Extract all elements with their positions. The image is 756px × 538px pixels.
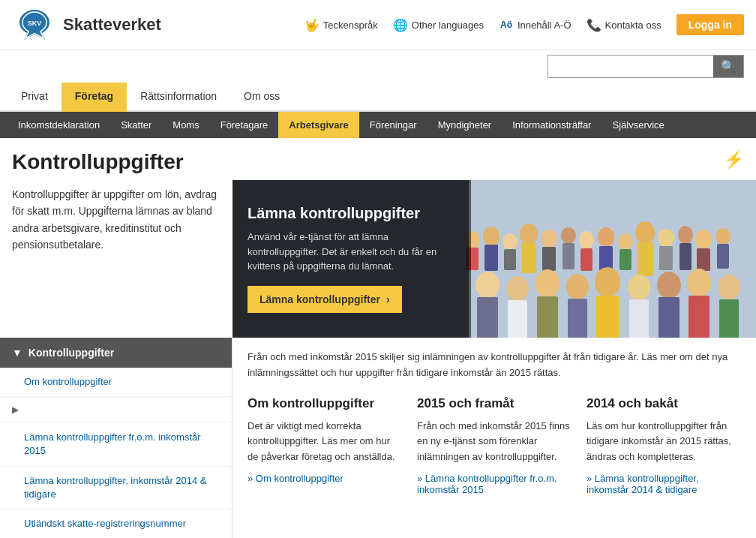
sidebar-expand-arrow: ▶ <box>12 404 19 415</box>
subnav-skatter[interactable]: Skatter <box>110 112 162 138</box>
sidebar-expand-btn[interactable]: ▶ <box>0 397 232 423</box>
main-nav: Privat Företag Rättsinformation Om oss <box>0 83 756 112</box>
hero-background: Lämna kontrolluppgifter Använd vår e-tjä… <box>232 180 756 338</box>
sidebar-item-lamna-fr-o-m-2015[interactable]: Lämna kontrolluppgifter fr.o.m. inkomstå… <box>0 423 232 466</box>
col-link-0[interactable]: Om kontrolluppgifter <box>248 473 402 484</box>
innehall-ao-label: Innehåll A-Ö <box>518 20 572 31</box>
subnav-inkomstdeklaration[interactable]: Inkomstdeklaration <box>8 112 110 138</box>
search-input[interactable] <box>548 57 713 77</box>
svg-point-12 <box>561 227 576 244</box>
hero-btn-arrow-icon: › <box>386 293 390 305</box>
svg-rect-21 <box>637 242 653 276</box>
svg-point-22 <box>658 229 674 247</box>
svg-rect-33 <box>508 300 527 338</box>
svg-rect-5 <box>484 245 498 271</box>
teckensprak-link[interactable]: 🤟 Teckenspråk <box>304 17 378 32</box>
subnav-arbetsgivare[interactable]: Arbetsgivare <box>278 112 358 138</box>
svg-rect-25 <box>680 243 692 270</box>
innehall-ao-link[interactable]: Aö Innehåll A-Ö <box>499 17 572 32</box>
svg-rect-11 <box>542 247 556 271</box>
other-languages-link[interactable]: 🌐 Other languages <box>393 17 484 32</box>
col-text-0: Det är viktigt med korrekta kontrolluppg… <box>248 419 402 465</box>
svg-rect-37 <box>568 299 587 338</box>
col-om-kontrolluppgifter: Om kontrolluppgifter Det är viktigt med … <box>248 396 402 495</box>
svg-point-8 <box>520 224 538 245</box>
col-title-1: 2015 och framåt <box>417 396 572 411</box>
phone-icon: 📞 <box>586 17 602 32</box>
page-title-area: Kontrolluppgifter ⚡ <box>0 138 756 180</box>
sidebar-item-utlandskt[interactable]: Utländskt skatte-registreringsnummer <box>0 509 232 538</box>
svg-point-30 <box>476 272 500 299</box>
svg-rect-35 <box>537 296 558 338</box>
svg-rect-45 <box>688 296 710 338</box>
search-bar: 🔍 <box>0 50 756 83</box>
right-content: Från och med inkomstår 2015 skiljer sig … <box>232 338 756 507</box>
login-button[interactable]: Logga in <box>676 14 744 35</box>
logo[interactable]: SKV Skatteverket <box>12 6 161 44</box>
subnav-foreningar[interactable]: Föreningar <box>359 112 428 138</box>
sidebar-item-om-kontrolluppgifter[interactable]: Om kontrolluppgifter <box>0 368 232 397</box>
subnav-foretagare[interactable]: Företagare <box>210 112 279 138</box>
svg-point-6 <box>502 233 518 250</box>
intro-text: Kontrolluppgifter är uppgifter om lön, a… <box>12 186 220 254</box>
kontakta-oss-link[interactable]: 📞 Kontakta oss <box>586 17 662 32</box>
nav-item-rattsinformation[interactable]: Rättsinformation <box>127 83 230 112</box>
svg-rect-17 <box>599 246 613 271</box>
info-banner: Från och med inkomstår 2015 skiljer sig … <box>248 350 741 381</box>
nav-item-privat[interactable]: Privat <box>8 83 62 112</box>
hero-description: Använd vår e-tjänst för att lämna kontro… <box>248 230 454 274</box>
col-text-1: Från och med inkomstår 2015 finns en ny … <box>417 419 572 465</box>
svg-point-28 <box>716 228 730 245</box>
subnav-moms[interactable]: Moms <box>162 112 209 138</box>
svg-rect-7 <box>504 249 516 270</box>
main-layout: Kontrolluppgifter är uppgifter om lön, a… <box>0 180 756 338</box>
svg-rect-31 <box>477 297 498 338</box>
sidebar: ▼ Kontrolluppgifter Om kontrolluppgifter… <box>0 338 232 538</box>
svg-point-32 <box>506 276 529 302</box>
logo-name: Skatteverket <box>63 15 161 35</box>
svg-point-36 <box>566 274 589 299</box>
ao-icon: Aö <box>499 17 514 32</box>
svg-point-10 <box>541 230 557 248</box>
nav-item-om-oss[interactable]: Om oss <box>230 83 293 112</box>
svg-rect-27 <box>697 248 710 271</box>
col-link-2[interactable]: Lämna kontrolluppgifter, inkomstår 2014 … <box>586 473 741 495</box>
subnav-sjalvservice[interactable]: Självservice <box>602 112 674 138</box>
svg-rect-29 <box>717 244 729 269</box>
svg-point-14 <box>579 231 594 249</box>
page-content: Kontrolluppgifter ⚡ Kontrolluppgifter är… <box>0 138 756 538</box>
nav-item-foretag[interactable]: Företag <box>62 83 127 112</box>
svg-rect-23 <box>659 246 673 270</box>
subnav-informationstraffar[interactable]: Informationsträffar <box>502 112 602 138</box>
sidebar-item-lamna-2014[interactable]: Lämna kontrolluppgifter, inkomstår 2014 … <box>0 467 232 509</box>
logo-icon: SKV <box>12 6 57 44</box>
bottom-layout: ▼ Kontrolluppgifter Om kontrolluppgifter… <box>0 338 756 538</box>
svg-point-18 <box>618 233 633 250</box>
hero-title: Lämna kontrolluppgifter <box>248 205 454 222</box>
teckensprak-label: Teckenspråk <box>323 20 378 31</box>
col-2014-bakat: 2014 och bakåt Läs om hur kontrolluppgif… <box>586 396 741 495</box>
svg-point-38 <box>595 267 620 297</box>
svg-rect-13 <box>562 243 574 269</box>
svg-point-44 <box>687 269 711 297</box>
svg-point-20 <box>635 221 655 244</box>
search-icon: 🔍 <box>721 60 736 73</box>
svg-text:SKV: SKV <box>28 20 42 27</box>
sidebar-collapse-icon: ▼ <box>12 347 22 359</box>
teckensprak-icon: 🤟 <box>304 17 320 32</box>
svg-rect-15 <box>580 248 592 271</box>
accessibility-icon[interactable]: ⚡ <box>724 150 744 170</box>
hero-cta-button[interactable]: Lämna kontrolluppgifter › <box>248 286 402 313</box>
search-button[interactable]: 🔍 <box>713 56 743 77</box>
globe-icon: 🌐 <box>393 17 408 32</box>
col-title-0: Om kontrolluppgifter <box>248 396 402 411</box>
col-link-1[interactable]: Lämna kontrolluppgifter fr.o.m. inkomstå… <box>417 473 572 495</box>
subnav-myndigheter[interactable]: Myndigheter <box>428 112 502 138</box>
top-bar: SKV Skatteverket 🤟 Teckenspråk 🌐 Other l… <box>0 0 756 50</box>
page-title: Kontrolluppgifter <box>12 150 184 174</box>
sidebar-header[interactable]: ▼ Kontrolluppgifter <box>0 338 232 368</box>
sidebar-header-label: Kontrolluppgifter <box>28 347 114 359</box>
svg-point-16 <box>598 227 614 247</box>
svg-point-42 <box>657 272 681 299</box>
svg-rect-19 <box>620 249 632 270</box>
